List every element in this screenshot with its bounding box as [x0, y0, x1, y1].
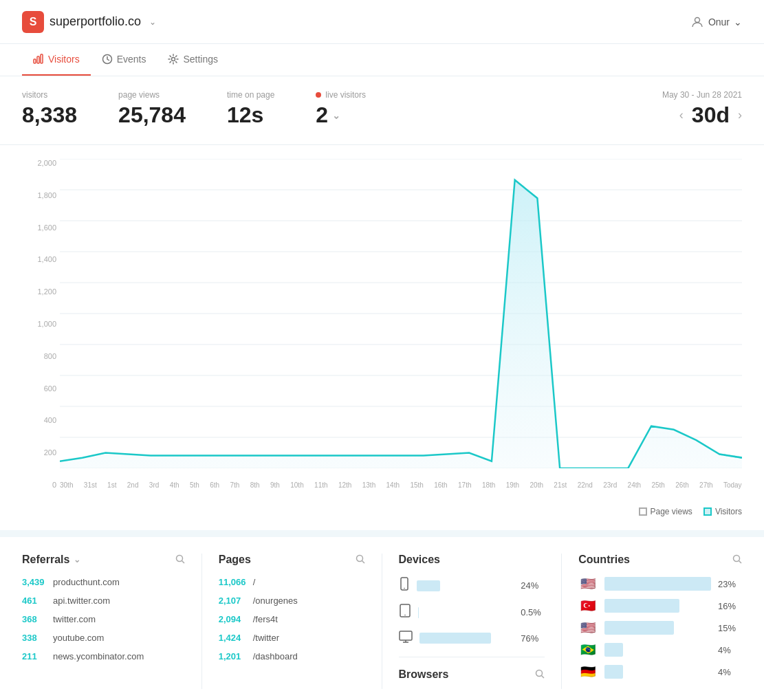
- devices-header: Devices: [399, 554, 545, 566]
- nav-item-visitors[interactable]: Visitors: [22, 44, 91, 76]
- logo-box: S: [22, 11, 44, 33]
- date-range-text: May 30 - Jun 28 2021: [662, 90, 742, 100]
- svg-point-0: [695, 17, 699, 22]
- country-pct-5: 4%: [718, 667, 742, 677]
- referrals-sort-icon[interactable]: ⌄: [74, 555, 80, 565]
- referral-count-4: 338: [22, 633, 46, 643]
- svg-point-30: [734, 555, 740, 561]
- live-dropdown-icon[interactable]: ⌄: [332, 110, 340, 121]
- period-prev-button[interactable]: ‹: [679, 108, 684, 122]
- x-label-21st: 21st: [554, 481, 567, 489]
- chart-container: 2,000 1,800 1,600 1,400 1,200 1,000 800 …: [0, 145, 764, 530]
- visitors-stat: visitors 8,338: [22, 90, 77, 128]
- mobile-bar-wrap: [417, 580, 514, 591]
- country-flag-4: 🇧🇷: [578, 643, 598, 657]
- x-label-13th: 13th: [362, 481, 375, 489]
- referral-row-2: 461 api.twitter.com: [22, 595, 185, 606]
- pageviews-value: 25,784: [118, 102, 186, 128]
- x-label-2nd: 2nd: [127, 481, 139, 489]
- page-row-3: 2,094 /fers4t: [219, 614, 365, 624]
- tablet-pct: 0.5%: [521, 607, 545, 617]
- x-label-15th: 15th: [410, 481, 423, 489]
- referrals-header: Referrals ⌄: [22, 554, 185, 566]
- devices-title: Devices: [399, 554, 441, 566]
- country-bar-4: [604, 643, 622, 657]
- chart-area: 2,000 1,800 1,600 1,400 1,200 1,000 800 …: [22, 159, 742, 489]
- y-label-200: 200: [22, 448, 56, 457]
- legend-pageviews-box: [639, 507, 647, 516]
- y-label-600: 600: [22, 384, 56, 393]
- countries-panel: Countries 🇺🇸 23% 🇹🇷 16%: [562, 554, 742, 689]
- country-bar-5: [604, 665, 622, 679]
- pageviews-stat: page views 25,784: [118, 90, 186, 128]
- country-flag-5: 🇩🇪: [578, 665, 598, 679]
- period-selector: ‹ 30d ›: [679, 102, 742, 128]
- live-label-row: live visitors: [316, 90, 366, 100]
- live-count: 2: [316, 102, 328, 128]
- device-row-desktop: 76%: [399, 631, 545, 646]
- country-bar-wrap-5: [604, 665, 711, 679]
- user-name: Onur: [708, 17, 730, 28]
- referral-count-3: 368: [22, 614, 46, 624]
- y-label-400: 400: [22, 416, 56, 424]
- nav-settings-label: Settings: [183, 54, 218, 65]
- x-label-20th: 20th: [530, 481, 543, 489]
- country-bar-wrap-1: [604, 577, 711, 591]
- x-label-8th: 8th: [250, 481, 260, 489]
- browsers-header: Browsers: [399, 668, 545, 681]
- page-row-1: 11,066 /: [219, 577, 365, 587]
- visitors-value: 8,338: [22, 102, 77, 128]
- svg-line-31: [739, 560, 742, 563]
- referral-count-5: 211: [22, 651, 46, 661]
- page-row-2: 2,107 /onurgenes: [219, 595, 365, 606]
- chart-fill-area: [60, 180, 742, 468]
- y-label-2000: 2,000: [22, 159, 56, 167]
- referrals-panel: Referrals ⌄ 3,439 producthunt.com 461 ap…: [22, 554, 202, 689]
- user-dropdown-icon[interactable]: ⌄: [734, 17, 742, 28]
- x-label-27th: 27th: [699, 481, 712, 489]
- tablet-bar-wrap: [418, 607, 514, 618]
- pages-header: Pages: [219, 554, 365, 566]
- x-label-22nd: 22nd: [578, 481, 593, 489]
- period-next-button[interactable]: ›: [738, 108, 742, 122]
- countries-search-icon[interactable]: [732, 554, 742, 566]
- devices-panel: Devices 24% 0.5%: [382, 554, 563, 689]
- nav: Visitors Events Settings: [0, 44, 764, 76]
- x-label-26th: 26th: [675, 481, 688, 489]
- nav-item-events[interactable]: Events: [91, 44, 157, 76]
- country-pct-3: 15%: [718, 623, 742, 633]
- referrals-search-icon[interactable]: [175, 554, 185, 566]
- y-axis: 2,000 1,800 1,600 1,400 1,200 1,000 800 …: [22, 159, 56, 489]
- svg-point-24: [404, 615, 406, 616]
- country-bar-wrap-3: [604, 621, 711, 635]
- chart-legend: Page views Visitors: [639, 507, 743, 516]
- countries-title: Countries: [578, 554, 630, 566]
- referral-count-2: 461: [22, 595, 46, 606]
- pages-panel: Pages 11,066 / 2,107 /onurgenes 2,094 /f…: [202, 554, 382, 689]
- country-bar-1: [604, 577, 711, 591]
- live-dot: [316, 92, 321, 98]
- svg-rect-3: [41, 54, 43, 63]
- x-label-9th: 9th: [270, 481, 280, 489]
- nav-item-settings[interactable]: Settings: [157, 44, 229, 76]
- x-label-10th: 10th: [290, 481, 303, 489]
- site-dropdown-icon[interactable]: ⌄: [149, 17, 156, 27]
- svg-point-17: [176, 555, 182, 561]
- browsers-search-icon[interactable]: [535, 669, 545, 681]
- mobile-icon: [399, 577, 410, 594]
- page-count-5: 1,201: [219, 651, 246, 661]
- visitors-label: visitors: [22, 90, 77, 100]
- time-label: time on page: [227, 90, 274, 100]
- page-row-5: 1,201 /dashboard: [219, 651, 365, 661]
- y-label-0: 0: [22, 481, 56, 489]
- country-flag-2: 🇹🇷: [578, 599, 598, 613]
- x-label-3rd: 3rd: [149, 481, 159, 489]
- pages-search-icon[interactable]: [356, 554, 365, 566]
- user-menu[interactable]: Onur ⌄: [690, 15, 742, 29]
- svg-line-29: [542, 675, 545, 678]
- live-label-text: live visitors: [325, 90, 366, 100]
- mobile-bar: [417, 580, 440, 591]
- svg-point-28: [536, 670, 543, 676]
- x-label-14th: 14th: [386, 481, 400, 489]
- svg-line-20: [362, 560, 364, 563]
